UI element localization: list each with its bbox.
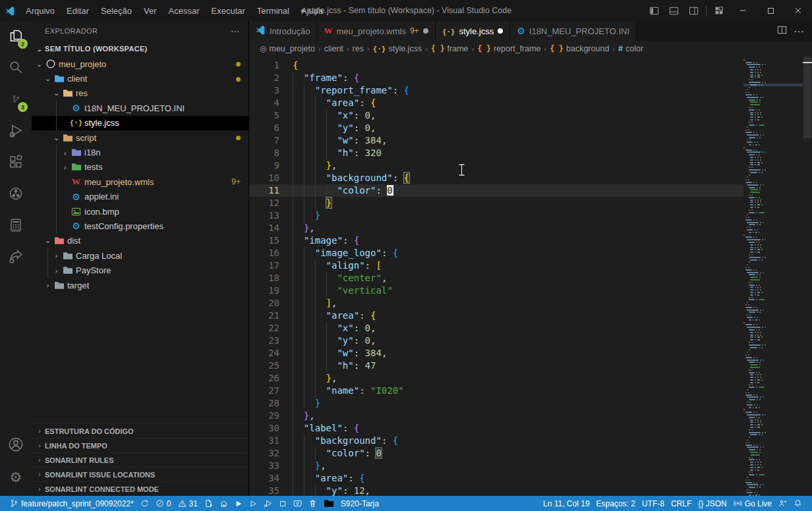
activitybar-account[interactable]: [0, 430, 32, 462]
status-eol[interactable]: CRLF: [668, 496, 695, 511]
tab-introdu-o[interactable]: Introdução: [249, 21, 317, 41]
code-line-19[interactable]: 19 "vertical": [249, 284, 743, 297]
panel-bottom-icon[interactable]: [664, 0, 683, 21]
activitybar-run-debug[interactable]: [0, 116, 32, 148]
tab-style-jcss[interactable]: {·}style.jcss: [436, 21, 511, 41]
tree-item-target[interactable]: ›target: [32, 278, 248, 292]
status-problems-warnings[interactable]: 31: [175, 496, 201, 511]
tab-i18n-meu-projeto-ini[interactable]: ⚙I18N_MEU_PROJETO.INI: [510, 21, 637, 41]
menu-terminal[interactable]: Terminal: [251, 3, 295, 18]
status-device-target[interactable]: S920-Tarja: [337, 496, 382, 511]
code-line-27[interactable]: 27 "name": "I020": [249, 385, 743, 397]
workspace-row[interactable]: ⌄ SEM TÍTULO (WORKSPACE): [32, 41, 248, 57]
code-line-22[interactable]: 22 "x": 0,: [249, 322, 743, 335]
tree-item-applet-ini[interactable]: ⚙applet.ini: [32, 190, 248, 204]
activitybar-git-graph[interactable]: [0, 179, 32, 211]
code-line-30[interactable]: 30 "label": {: [249, 422, 743, 435]
code-line-4[interactable]: 4 "area": {: [249, 97, 743, 109]
split-editor-icon[interactable]: [774, 25, 790, 38]
code-line-5[interactable]: 5 "x": 0,: [249, 109, 743, 122]
tree-item-meu-projeto-wmls[interactable]: Wmeu_projeto.wmls9+: [32, 175, 248, 189]
code-line-24[interactable]: 24 "w": 384,: [249, 347, 743, 360]
code-line-6[interactable]: 6 "y": 0,: [249, 122, 743, 134]
code-line-23[interactable]: 23 "y": 0,: [249, 335, 743, 347]
code-line-32[interactable]: 32 "color": 0: [249, 447, 743, 460]
code-line-9[interactable]: 9 },: [249, 159, 743, 172]
activitybar-search[interactable]: [0, 53, 32, 84]
code-line-15[interactable]: 15 "image": {: [249, 234, 743, 247]
code-line-11[interactable]: 11 "color": 0: [249, 184, 743, 197]
code-line-20[interactable]: 20 ],: [249, 297, 743, 309]
code-line-7[interactable]: 7 "w": 384,: [249, 134, 743, 147]
tree-item-dist[interactable]: ⌄dist: [32, 234, 248, 248]
status-new-file[interactable]: [201, 496, 216, 511]
activitybar-calculator-extension[interactable]: [0, 211, 32, 242]
status-go-live[interactable]: Go Live: [730, 496, 775, 511]
menu-editar[interactable]: Editar: [61, 3, 95, 18]
tree-item-tests[interactable]: ›tests: [32, 160, 248, 175]
status-problems-errors[interactable]: 0: [152, 496, 175, 511]
section-sonarlint-rules[interactable]: ›SONARLINT RULES: [32, 452, 248, 467]
code-line-35[interactable]: 35 "y": 12,: [249, 485, 743, 496]
status-notifications[interactable]: [790, 496, 805, 511]
tree-item-i18n[interactable]: ›i18n: [32, 145, 248, 159]
tab-meu-projeto-wmls[interactable]: Wmeu_projeto.wmls9+: [317, 21, 435, 41]
status-indentation[interactable]: Espaços: 2: [593, 496, 639, 511]
breadcrumb-background[interactable]: { }background: [550, 44, 609, 53]
menu-acessar[interactable]: Acessar: [163, 3, 206, 18]
tree-item-icon-bmp[interactable]: icon.bmp: [32, 204, 248, 219]
tree-item-script[interactable]: ⌄script: [32, 130, 248, 145]
breadcrumb-style-jcss[interactable]: {·}style.jcss: [373, 44, 422, 53]
code-lines[interactable]: 1{2 "frame": {3 "report_frame": {4 "area…: [249, 57, 743, 496]
status-language-mode[interactable]: {} JSON: [695, 496, 730, 511]
status-encoding[interactable]: UTF-8: [639, 496, 668, 511]
activitybar-extensions[interactable]: [0, 148, 32, 179]
maximize-icon[interactable]: [757, 0, 784, 21]
status-run[interactable]: [231, 496, 246, 511]
code-line-13[interactable]: 13 }: [249, 209, 743, 222]
status-git-branch[interactable]: feature/patch_sprint_09092022*: [7, 496, 137, 511]
dirty-indicator[interactable]: [498, 28, 503, 34]
breadcrumb-meu-projeto[interactable]: ◎meu_projeto: [260, 44, 315, 53]
layout-customize-icon[interactable]: [709, 0, 729, 21]
status-trash[interactable]: [305, 496, 320, 511]
code-line-2[interactable]: 2 "frame": {: [249, 72, 743, 84]
code-line-12[interactable]: 12 }: [249, 197, 743, 209]
code-line-18[interactable]: 18 "center",: [249, 272, 743, 284]
status-folder[interactable]: [320, 496, 337, 511]
panel-right-icon[interactable]: [683, 0, 703, 21]
breadcrumb-color[interactable]: #color: [618, 44, 643, 53]
code-line-28[interactable]: 28 }: [249, 397, 743, 410]
status-feedback[interactable]: [775, 496, 790, 511]
menu-ver[interactable]: Ver: [138, 3, 163, 18]
code-line-29[interactable]: 29 },: [249, 410, 743, 422]
code-line-25[interactable]: 25 "h": 47: [249, 360, 743, 372]
status-home[interactable]: [216, 496, 231, 511]
code-line-16[interactable]: 16 "image_logo": {: [249, 247, 743, 259]
section-estrutura-do-c-digo[interactable]: ›ESTRUTURA DO CÓDIGO: [32, 423, 248, 438]
section-sonarlint-connected-mode[interactable]: ›SONARLINT CONNECTED MODE: [32, 481, 248, 496]
breadcrumb-res[interactable]: res: [353, 44, 364, 53]
minimap[interactable]: [743, 57, 803, 496]
more-actions-icon[interactable]: ⋯: [231, 26, 241, 36]
breadcrumb-client[interactable]: client: [324, 44, 343, 53]
status-stop[interactable]: [276, 496, 290, 511]
tree-item-res[interactable]: ⌄res: [32, 86, 248, 101]
status-cursor-position[interactable]: Ln 11, Col 19: [540, 496, 593, 511]
dirty-indicator[interactable]: [423, 28, 428, 34]
code-line-26[interactable]: 26 },: [249, 372, 743, 385]
menu-seleção[interactable]: Seleção: [95, 3, 138, 18]
minimize-icon[interactable]: [729, 0, 757, 21]
status-sync[interactable]: [137, 496, 152, 511]
code-line-31[interactable]: 31 "background": {: [249, 435, 743, 447]
more-actions-icon[interactable]: ⋯: [791, 25, 807, 38]
close-icon[interactable]: [784, 0, 812, 21]
panel-left-icon[interactable]: [644, 0, 664, 21]
code-line-8[interactable]: 8 "h": 320: [249, 147, 743, 159]
activitybar-explorer[interactable]: 2: [0, 21, 32, 53]
scrollbar-slider[interactable]: [803, 57, 811, 138]
menu-executar[interactable]: Executar: [206, 3, 251, 18]
activitybar-source-control[interactable]: 3: [0, 84, 32, 116]
tree-item-i18n-meu-projeto-ini[interactable]: ⚙I18N_MEU_PROJETO.INI: [32, 101, 248, 115]
tree-item-style-jcss[interactable]: {·}style.jcss: [32, 116, 248, 130]
